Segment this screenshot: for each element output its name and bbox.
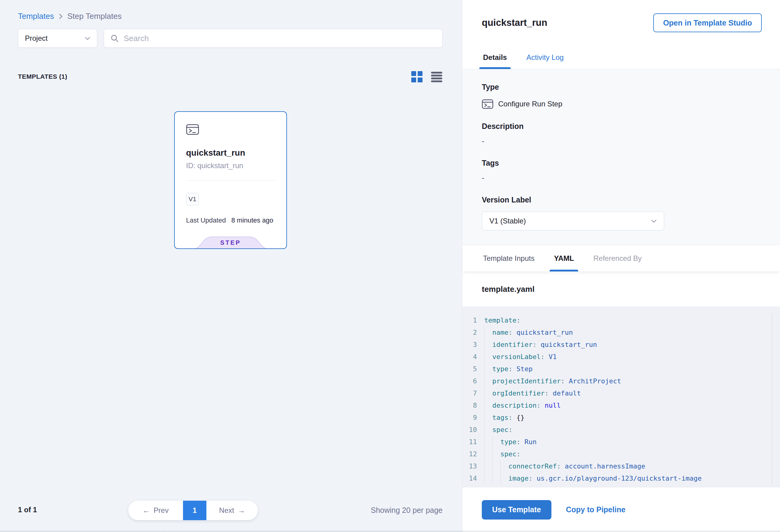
last-updated-row: Last Updated 8 minutes ago bbox=[186, 216, 286, 224]
chevron-down-icon bbox=[651, 220, 656, 223]
next-arrow-icon: → bbox=[238, 506, 245, 515]
view-toggles bbox=[411, 71, 442, 82]
tab-referenced-by[interactable]: Referenced By bbox=[593, 245, 642, 272]
open-in-template-studio-button[interactable]: Open in Template Studio bbox=[653, 13, 762, 32]
prev-label: Prev bbox=[153, 506, 168, 515]
breadcrumb-templates-link[interactable]: Templates bbox=[18, 11, 54, 21]
search-box bbox=[104, 29, 443, 48]
type-value: Configure Run Step bbox=[498, 100, 563, 108]
chevron-down-icon bbox=[85, 37, 90, 40]
description-value: - bbox=[482, 137, 761, 145]
panel-title: quickstart_run bbox=[482, 17, 547, 28]
search-input[interactable] bbox=[124, 34, 436, 43]
last-updated-value: 8 minutes ago bbox=[231, 216, 273, 224]
yaml-line: 8 description: null bbox=[462, 399, 780, 412]
next-page-button[interactable]: Next → bbox=[206, 501, 258, 520]
scope-select-value: Project bbox=[25, 34, 48, 43]
templates-list-panel: Templates Step Templates Project TEM bbox=[0, 0, 462, 532]
scope-select[interactable]: Project bbox=[18, 29, 97, 48]
details-tabbar: Details Activity Log bbox=[462, 46, 780, 69]
yaml-line: 11 type: Run bbox=[462, 436, 780, 448]
tab-template-inputs[interactable]: Template Inputs bbox=[483, 245, 534, 272]
templates-count-header: TEMPLATES (1) bbox=[18, 73, 67, 80]
grid-view-icon[interactable] bbox=[411, 71, 423, 82]
type-label: Type bbox=[482, 83, 761, 92]
yaml-line: 4 versionLabel: V1 bbox=[462, 351, 780, 363]
yaml-line: 1template: bbox=[462, 315, 780, 327]
yaml-line: 14 image: us.gcr.io/playground-123/quick… bbox=[462, 472, 780, 485]
tab-activity-log[interactable]: Activity Log bbox=[527, 46, 564, 69]
run-step-icon bbox=[186, 123, 199, 136]
step-ribbon: STEP bbox=[192, 236, 269, 249]
details-section: Type Configure Run Step Description - Ta… bbox=[462, 69, 780, 245]
page-1-button[interactable]: 1 bbox=[183, 501, 206, 520]
per-page-text: Showing 20 per page bbox=[371, 506, 443, 515]
pagination: ← Prev 1 Next → bbox=[128, 501, 258, 520]
list-view-icon[interactable] bbox=[431, 71, 442, 82]
filter-row: Project bbox=[18, 29, 443, 48]
breadcrumb-chevron-icon bbox=[58, 13, 63, 20]
last-updated-label: Last Updated bbox=[186, 216, 226, 224]
prev-arrow-icon: ← bbox=[143, 506, 150, 515]
yaml-filename: template.yaml bbox=[462, 272, 780, 306]
template-card-id: ID: quickstart_run bbox=[186, 161, 286, 170]
yaml-line: 7 orgIdentifier: default bbox=[462, 387, 780, 399]
yaml-line: 10 spec: bbox=[462, 424, 780, 436]
tags-label: Tags bbox=[482, 159, 761, 167]
yaml-line: 9 tags: {} bbox=[462, 412, 780, 424]
results-count: 1 of 1 bbox=[18, 505, 37, 514]
yaml-line: 2 name: quickstart_run bbox=[462, 327, 780, 339]
search-icon bbox=[110, 34, 119, 43]
yaml-line: 12 spec: bbox=[462, 448, 780, 460]
templates-page: Templates Step Templates Project TEM bbox=[0, 0, 780, 532]
type-row: Configure Run Step bbox=[482, 98, 761, 110]
tags-value: - bbox=[482, 174, 761, 182]
yaml-line: 6 projectIdentifier: ArchitProject bbox=[462, 375, 780, 387]
yaml-line: 13 connectorRef: account.harnessImage bbox=[462, 460, 780, 472]
breadcrumb-current: Step Templates bbox=[67, 11, 122, 21]
next-label: Next bbox=[219, 506, 234, 515]
prev-page-button[interactable]: ← Prev bbox=[128, 501, 183, 520]
copy-to-pipeline-link[interactable]: Copy to Pipeline bbox=[566, 505, 626, 514]
tab-yaml[interactable]: YAML bbox=[554, 245, 574, 272]
description-label: Description bbox=[482, 122, 761, 131]
panel-header: quickstart_run Open in Template Studio bbox=[462, 0, 780, 46]
card-divider bbox=[186, 180, 276, 181]
version-select-value: V1 (Stable) bbox=[489, 217, 526, 225]
template-card[interactable]: quickstart_run ID: quickstart_run V1 Las… bbox=[174, 111, 287, 249]
use-template-button[interactable]: Use Template bbox=[482, 500, 551, 520]
step-ribbon-label: STEP bbox=[192, 239, 269, 246]
template-details-panel: quickstart_run Open in Template Studio D… bbox=[462, 0, 780, 532]
panel-footer: Use Template Copy to Pipeline bbox=[462, 487, 780, 532]
yaml-line: 5 type: Step bbox=[462, 363, 780, 375]
version-badge: V1 bbox=[186, 193, 199, 205]
tab-details[interactable]: Details bbox=[483, 46, 507, 69]
yaml-editor[interactable]: 1template:2 name: quickstart_run3 identi… bbox=[462, 306, 780, 487]
version-select[interactable]: V1 (Stable) bbox=[482, 211, 664, 231]
template-card-title: quickstart_run bbox=[186, 148, 286, 158]
yaml-line: 3 identifier: quickstart_run bbox=[462, 339, 780, 351]
version-label: Version Label bbox=[482, 195, 761, 204]
yaml-tabbar: Template Inputs YAML Referenced By bbox=[462, 245, 780, 272]
breadcrumb: Templates Step Templates bbox=[18, 11, 121, 21]
run-step-type-icon bbox=[482, 98, 493, 110]
